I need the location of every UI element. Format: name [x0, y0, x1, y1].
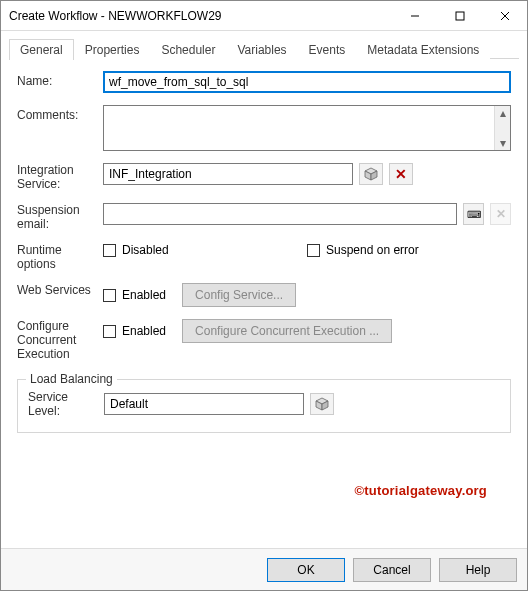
- label-integration-service: Integration Service:: [17, 163, 93, 191]
- name-input[interactable]: [103, 71, 511, 93]
- label-web-services: Web Services: [17, 283, 93, 297]
- configure-concurrent-execution-button: Configure Concurrent Execution ...: [182, 319, 392, 343]
- load-balancing-legend: Load Balancing: [26, 372, 117, 386]
- client-area: General Properties Scheduler Variables E…: [1, 31, 527, 548]
- cancel-button[interactable]: Cancel: [353, 558, 431, 582]
- disabled-label: Disabled: [122, 243, 169, 257]
- ws-enabled-checkbox[interactable]: [103, 289, 116, 302]
- tab-events[interactable]: Events: [298, 39, 357, 60]
- tab-scheduler[interactable]: Scheduler: [150, 39, 226, 60]
- clear-suspension-email-button: ✕: [490, 203, 511, 225]
- disabled-checkbox[interactable]: [103, 244, 116, 257]
- tab-general[interactable]: General: [9, 39, 74, 60]
- integration-service-input[interactable]: [103, 163, 353, 185]
- label-configure-concurrent: Configure Concurrent Execution: [17, 319, 93, 361]
- service-level-input[interactable]: [104, 393, 304, 415]
- keyboard-icon: ⌨: [467, 209, 480, 220]
- row-integration-service: Integration Service: ✕: [17, 163, 511, 191]
- help-button[interactable]: Help: [439, 558, 517, 582]
- maximize-button[interactable]: [437, 1, 482, 30]
- tab-variables[interactable]: Variables: [226, 39, 297, 60]
- window-title: Create Workflow - NEWWORKFLOW29: [9, 9, 392, 23]
- suspend-on-error-checkbox[interactable]: [307, 244, 320, 257]
- ws-enabled-label: Enabled: [122, 288, 166, 302]
- comments-textarea[interactable]: [104, 106, 488, 150]
- row-configure-concurrent: Configure Concurrent Execution Enabled C…: [17, 319, 511, 361]
- browse-integration-service-button[interactable]: [359, 163, 383, 185]
- clear-integration-service-button[interactable]: ✕: [389, 163, 413, 185]
- x-icon: ✕: [496, 207, 506, 221]
- suspend-on-error-label: Suspend on error: [326, 243, 419, 257]
- dialog-window: Create Workflow - NEWWORKFLOW29 General …: [0, 0, 528, 591]
- config-service-button: Config Service...: [182, 283, 296, 307]
- label-service-level: Service Level:: [28, 390, 94, 418]
- cc-enabled-checkbox-wrap[interactable]: Enabled: [103, 324, 166, 338]
- tab-properties[interactable]: Properties: [74, 39, 151, 60]
- tab-strip: General Properties Scheduler Variables E…: [9, 37, 519, 59]
- svg-rect-1: [456, 12, 464, 20]
- row-web-services: Web Services Enabled Config Service...: [17, 283, 511, 307]
- row-runtime-options: Runtime options Disabled Suspend on erro…: [17, 243, 511, 271]
- row-name: Name:: [17, 71, 511, 93]
- cc-enabled-checkbox[interactable]: [103, 325, 116, 338]
- cube-icon: [364, 167, 378, 181]
- cc-enabled-label: Enabled: [122, 324, 166, 338]
- browse-service-level-button[interactable]: [310, 393, 334, 415]
- cube-icon: [315, 397, 329, 411]
- label-name: Name:: [17, 71, 93, 88]
- panel-general: Name: Comments: ▴▾ Integration Service:: [9, 59, 519, 548]
- ws-enabled-checkbox-wrap[interactable]: Enabled: [103, 288, 166, 302]
- minimize-button[interactable]: [392, 1, 437, 30]
- label-suspension-email: Suspension email:: [17, 203, 93, 231]
- comments-scrollbar[interactable]: ▴▾: [494, 106, 510, 150]
- close-button[interactable]: [482, 1, 527, 30]
- load-balancing-group: Load Balancing Service Level:: [17, 379, 511, 433]
- ok-button[interactable]: OK: [267, 558, 345, 582]
- label-runtime-options: Runtime options: [17, 243, 93, 271]
- title-bar: Create Workflow - NEWWORKFLOW29: [1, 1, 527, 31]
- suspend-on-error-checkbox-wrap[interactable]: Suspend on error: [307, 243, 511, 257]
- row-comments: Comments: ▴▾: [17, 105, 511, 151]
- disabled-checkbox-wrap[interactable]: Disabled: [103, 243, 307, 257]
- label-comments: Comments:: [17, 105, 93, 122]
- keyboard-button[interactable]: ⌨: [463, 203, 484, 225]
- dialog-footer: OK Cancel Help: [1, 548, 527, 590]
- suspension-email-input[interactable]: [103, 203, 457, 225]
- x-icon: ✕: [395, 167, 407, 181]
- tab-metadata-extensions[interactable]: Metadata Extensions: [356, 39, 490, 60]
- row-suspension-email: Suspension email: ⌨ ✕: [17, 203, 511, 231]
